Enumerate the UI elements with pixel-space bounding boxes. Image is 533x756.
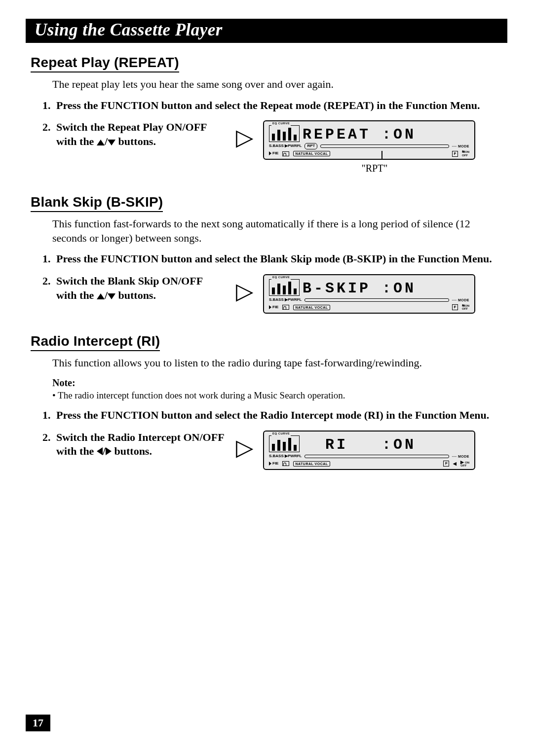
- mode-label: ···· MODE: [452, 144, 469, 148]
- step-1: 1. Press the FUNCTION button and select …: [42, 252, 502, 266]
- lcd-display: EQ CURVE REPEAT :ON S.BASS ▶PWRFL RPT ··…: [263, 120, 475, 160]
- step-2: 2. Switch the Radio Intercept ON/OFF wit…: [42, 431, 502, 470]
- step-2: 2. Switch the Blank Skip ON/OFF with the…: [42, 274, 502, 314]
- step-list: 1. Press the FUNCTION button and select …: [42, 99, 502, 175]
- rpt-badge: RPT: [305, 143, 317, 149]
- lcd-main-text: REPEAT :ON: [303, 126, 469, 142]
- on-off-icon: ▶ ONOFF: [460, 460, 469, 468]
- section-bskip: Blank Skip (B-SKIP) This function fast-f…: [31, 194, 502, 314]
- on-off-icon: ⇆ONOFF: [462, 304, 469, 311]
- mode-label: ···· MODE: [452, 298, 469, 302]
- page-title: Using the Cassette Player: [35, 20, 223, 39]
- wave-icon: [282, 305, 289, 310]
- page-number: 17: [26, 715, 50, 731]
- on-off-icon: ⇆ONOFF: [462, 150, 469, 157]
- lcd-main-text: RI :ON: [303, 436, 469, 452]
- f-square-icon: F: [452, 151, 458, 157]
- step-list: 1. Press the FUNCTION button and select …: [42, 408, 502, 470]
- lcd-caption: "RPT": [268, 162, 481, 175]
- down-triangle-icon: [108, 135, 115, 147]
- down-triangle-icon: [108, 289, 115, 301]
- step-list: 1. Press the FUNCTION button and select …: [42, 252, 502, 314]
- pointer-arrow-icon: ▷: [236, 126, 253, 154]
- section-ri: Radio Intercept (RI) This function allow…: [31, 333, 502, 470]
- natural-vocal-label: NATURAL VOCAL: [293, 305, 330, 310]
- section-intro: This function allows you to listen to th…: [52, 356, 502, 370]
- note-label: Note:: [52, 377, 502, 389]
- fie-label: FIE: [269, 305, 278, 310]
- lcd-display-wrap: ▷ EQ CURVE B-SKIP :ON S.BASS ▶PWRFL: [236, 274, 502, 314]
- lcd-display: EQ CURVE RI :ON S.BASS ▶PWRFL ···· MODE: [263, 431, 475, 470]
- up-triangle-icon: [97, 289, 105, 301]
- eq-curve-icon: EQ CURVE: [269, 279, 300, 296]
- natural-vocal-label: NATURAL VOCAL: [293, 461, 330, 467]
- fie-label: FIE: [269, 151, 278, 156]
- eq-curve-icon: EQ CURVE: [269, 125, 300, 142]
- lcd-display-wrap: ▷ EQ CURVE RI :ON S.BASS ▶PWRFL: [236, 431, 502, 470]
- natural-vocal-label: NATURAL VOCAL: [293, 151, 330, 156]
- eq-curve-icon: EQ CURVE: [269, 435, 300, 452]
- wave-icon: [282, 151, 289, 156]
- section-heading: Repeat Play (REPEAT): [31, 55, 179, 72]
- section-intro: This function fast-forwards to the next …: [52, 217, 502, 245]
- fie-label: FIE: [269, 461, 278, 466]
- progress-bar: [305, 455, 449, 458]
- lcd-main-text: B-SKIP :ON: [303, 280, 469, 296]
- step-2: 2. Switch the Repeat Play ON/OFF with th…: [42, 120, 502, 175]
- lcd-display: EQ CURVE B-SKIP :ON S.BASS ▶PWRFL ···· M…: [263, 274, 475, 314]
- note-text: The radio intercept function does not wo…: [52, 390, 502, 402]
- up-triangle-icon: [97, 135, 105, 147]
- section-repeat: Repeat Play (REPEAT) The repeat play let…: [31, 55, 502, 175]
- left-triangle-icon: [97, 445, 103, 457]
- right-triangle-icon: [106, 445, 112, 457]
- wave-icon: [282, 461, 289, 466]
- sbass-label: S.BASS ▶PWRFL: [269, 144, 302, 148]
- f-square-icon: F: [443, 461, 449, 467]
- pointer-arrow-icon: ▷: [236, 280, 253, 308]
- step-1: 1. Press the FUNCTION button and select …: [42, 408, 502, 423]
- f-square-icon: F: [452, 304, 458, 310]
- sbass-label: S.BASS ▶PWRFL: [269, 454, 302, 459]
- pointer-arrow-icon: ▷: [236, 436, 253, 464]
- section-heading: Blank Skip (B-SKIP): [31, 194, 163, 212]
- lcd-display-wrap: ▷ EQ CURVE REPEAT :ON S.BASS ▶PWRFL: [236, 120, 502, 175]
- mode-label: ···· MODE: [452, 454, 469, 459]
- progress-bar: [305, 298, 449, 302]
- page-title-bar: Using the Cassette Player: [26, 19, 507, 43]
- progress-bar: [320, 144, 449, 148]
- section-heading: Radio Intercept (RI): [31, 333, 160, 351]
- caption-pointer-line: [381, 151, 382, 160]
- sbass-label: S.BASS ▶PWRFL: [269, 297, 302, 302]
- section-intro: The repeat play lets you hear the same s…: [52, 77, 502, 92]
- step-1: 1. Press the FUNCTION button and select …: [42, 99, 502, 113]
- left-arrow-icon: ◀: [453, 461, 457, 467]
